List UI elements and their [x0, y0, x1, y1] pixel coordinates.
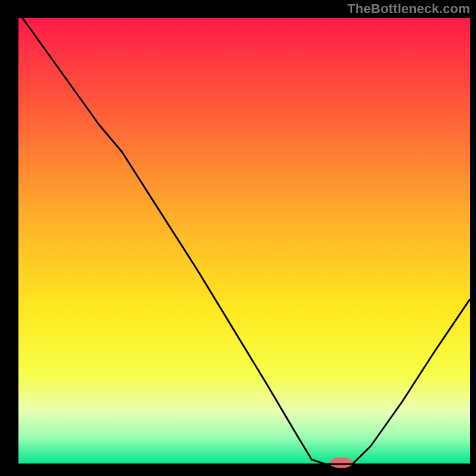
chart-background: [18, 18, 470, 464]
watermark-text: TheBottleneck.com: [347, 1, 470, 17]
bottleneck-chart: [0, 0, 476, 476]
chart-container: TheBottleneck.com: [0, 0, 476, 476]
optimum-marker: [329, 458, 353, 468]
